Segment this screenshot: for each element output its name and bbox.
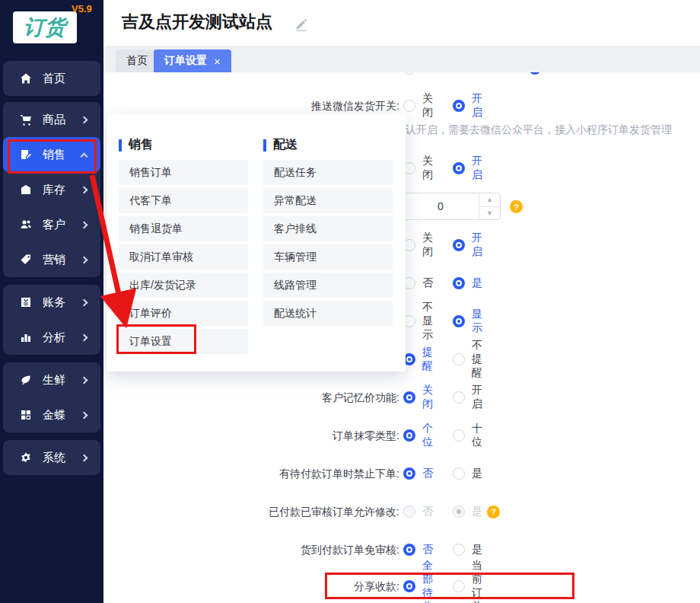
radio-icon[interactable]	[453, 353, 465, 365]
inventory-icon	[20, 183, 32, 196]
radio-option[interactable]: 开启	[453, 231, 482, 259]
help-icon[interactable]: ?	[510, 200, 523, 213]
radio-option[interactable]: 关闭	[403, 231, 433, 259]
radio-option[interactable]: 开启	[453, 92, 482, 120]
tab-order-settings-label: 订单设置	[164, 54, 207, 68]
radio-option[interactable]: 否	[403, 276, 433, 290]
sidebar-item-home[interactable]: 首页	[3, 61, 100, 96]
menu-item-order-review[interactable]: 订单评价	[119, 301, 248, 326]
radio-option[interactable]: 不提醒	[453, 339, 482, 380]
radio-icon[interactable]	[453, 315, 465, 327]
radio-option[interactable]: 是	[453, 543, 482, 557]
menu-item-proxy-order[interactable]: 代客下单	[119, 188, 248, 213]
radio-icon[interactable]	[403, 391, 415, 404]
setting-label: 货到付款订单免审核:	[152, 536, 399, 563]
sidebar-item-label: 库存	[43, 183, 65, 197]
radio-option[interactable]: 关闭	[403, 155, 433, 182]
sidebar-item-kingdee[interactable]: 金蝶	[3, 397, 100, 432]
radio-icon[interactable]	[403, 467, 415, 480]
radio-label: 关闭	[422, 92, 433, 120]
sidebar-item-goods[interactable]: 商品	[3, 102, 100, 137]
radio-icon[interactable]	[453, 391, 465, 404]
radio-option[interactable]: 个位	[403, 422, 433, 449]
section-bar-icon	[119, 139, 122, 152]
radio-option-disabled: 否	[403, 505, 433, 518]
radio-icon[interactable]	[453, 162, 465, 174]
tab-close-icon[interactable]: ×	[214, 55, 221, 68]
page-title: 吉及点开发测试站点	[122, 11, 272, 34]
radio-option[interactable]: 是	[453, 276, 482, 290]
menu-item-abnormal-delivery[interactable]: 异常配送	[263, 188, 393, 213]
tab-order-settings[interactable]: 订单设置 ×	[154, 49, 231, 72]
nav-group: 账务 分析	[3, 285, 100, 355]
radio-option-disabled: 是	[453, 505, 482, 518]
tab-home-label: 首页	[126, 54, 148, 68]
sidebar-item-customers[interactable]: 客户	[3, 207, 100, 242]
setting-label: 有待付款订单时禁止下单:	[152, 460, 399, 487]
sidebar-item-label: 分析	[43, 330, 65, 345]
radio-icon[interactable]	[453, 467, 465, 480]
radio-label: 显示	[472, 308, 482, 335]
sidebar-item-marketing[interactable]: 营销	[3, 242, 100, 277]
radio-option[interactable]: 当前订单	[453, 559, 482, 603]
menu-item-route-mgmt[interactable]: 线路管理	[263, 273, 393, 298]
radio-option[interactable]: 关闭	[403, 92, 433, 120]
stepper-up-icon[interactable]: ▲	[479, 193, 500, 207]
menu-item-outbound-record[interactable]: 出库/发货记录	[119, 273, 248, 298]
radio-option[interactable]: 十位	[453, 422, 482, 449]
radio-option[interactable]: 提醒	[403, 346, 433, 373]
radio-icon[interactable]	[403, 429, 415, 442]
menu-item-delivery-stats[interactable]: 配送统计	[263, 301, 393, 326]
sidebar-item-label: 商品	[43, 113, 65, 127]
app-logo: 订货	[13, 11, 77, 43]
radio-option[interactable]: 不显示	[403, 301, 433, 342]
radio-option[interactable]	[403, 72, 422, 75]
radio-option[interactable]: 否	[403, 467, 433, 480]
menu-item-delivery-task[interactable]: 配送任务	[263, 160, 393, 185]
radio-option[interactable]: 开启	[453, 384, 482, 411]
sidebar-item-fresh[interactable]: 生鲜	[3, 362, 100, 397]
sidebar-item-label: 金蝶	[43, 408, 65, 423]
stepper-down-icon[interactable]: ▼	[479, 207, 500, 220]
menu-item-vehicle-mgmt[interactable]: 车辆管理	[263, 244, 393, 270]
menu-item-sales-return[interactable]: 销售退货单	[119, 216, 248, 241]
radio-icon[interactable]	[453, 100, 465, 112]
radio-label: 十位	[472, 422, 482, 449]
edit-title-icon[interactable]	[294, 17, 309, 35]
help-icon[interactable]: ?	[487, 506, 500, 518]
nav-group: 生鲜 金蝶	[3, 362, 100, 432]
tab-home[interactable]: 首页	[116, 49, 158, 72]
number-input-value[interactable]: 0	[402, 193, 479, 219]
menu-item-order-settings[interactable]: 订单设置	[119, 329, 248, 354]
sidebar-item-analytics[interactable]: 分析	[3, 320, 100, 355]
radio-icon[interactable]	[453, 277, 465, 289]
radio-option[interactable]: 否	[403, 543, 433, 557]
sidebar-item-inventory[interactable]: 库存	[3, 172, 100, 207]
radio-icon[interactable]	[453, 580, 465, 592]
radio-icon[interactable]	[529, 72, 541, 75]
menu-item-customer-routing[interactable]: 客户排线	[263, 216, 393, 241]
radio-option[interactable]	[529, 72, 548, 75]
chevron-up-icon	[81, 152, 88, 160]
radio-icon[interactable]	[453, 429, 465, 442]
menu-item-cancel-review[interactable]: 取消订单审核	[119, 244, 248, 270]
radio-icon[interactable]	[403, 100, 415, 112]
sidebar-item-finance[interactable]: 账务	[3, 285, 100, 320]
radio-option[interactable]: 开启	[453, 155, 482, 182]
menu-item-sales-order[interactable]: 销售订单	[119, 160, 248, 185]
radio-icon[interactable]	[403, 72, 415, 75]
chevron-right-icon	[81, 116, 88, 123]
radio-option[interactable]: 显示	[453, 308, 482, 335]
radio-icon[interactable]	[453, 544, 465, 556]
sidebar-item-system[interactable]: 系统	[3, 440, 100, 475]
radio-icon[interactable]	[403, 580, 415, 592]
radio-option[interactable]: 是	[453, 467, 482, 480]
radio-icon[interactable]	[403, 544, 415, 556]
radio-icon[interactable]	[453, 239, 465, 251]
tab-bar: 首页 订单设置 ×	[103, 46, 700, 72]
sidebar-item-sales[interactable]: 销售	[3, 137, 100, 172]
number-input[interactable]: 0 ▲ ▼	[402, 193, 501, 220]
flyout-section-title: 销售	[129, 137, 153, 153]
radio-option[interactable]: 全部待收	[403, 559, 433, 603]
radio-option[interactable]: 关闭	[403, 384, 433, 411]
